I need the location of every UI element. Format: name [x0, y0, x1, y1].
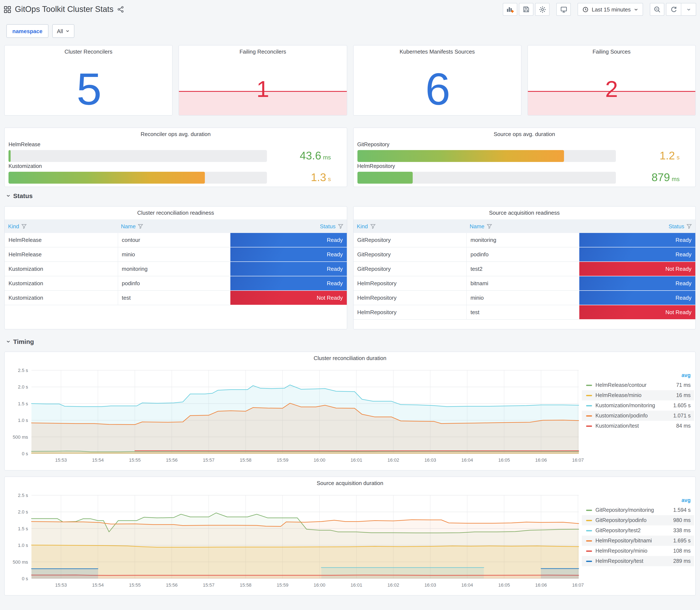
legend-item[interactable]: HelmRelease/contour71 ms [582, 380, 694, 390]
chart-title[interactable]: Cluster reconciliation duration [5, 352, 695, 365]
legend-item[interactable]: GitRepository/monitoring1.594 s [582, 505, 694, 515]
legend-series-name: HelmRelease/minio [596, 392, 676, 398]
legend-series-name: GitRepository/test2 [596, 528, 673, 533]
panel-source-acquisition-duration: Source acquisition duration0 s500 ms1.0 … [4, 477, 696, 596]
column-header-status[interactable]: Status [579, 219, 695, 233]
gauge-row-label: HelmRepository [357, 163, 695, 169]
column-header-label: Status [320, 223, 336, 229]
gauge-bar [357, 150, 564, 162]
save-dashboard-button[interactable] [519, 3, 533, 16]
cell-kind: HelmRepository [353, 291, 466, 305]
legend-item[interactable]: HelmRepository/bitnami1.695 s [582, 535, 694, 546]
legend-series-name: GitRepository/podinfo [596, 517, 673, 523]
legend-color [586, 520, 592, 521]
legend-header-avg[interactable]: avg [582, 371, 694, 380]
cell-kind: Kustomization [5, 276, 117, 291]
legend-item[interactable]: Kustomization/monitoring1.605 s [582, 400, 694, 411]
add-panel-button[interactable] [503, 3, 517, 16]
stat-panel-kubernetes-manifests-sources: Kubernetes Manifests Sources6 [353, 45, 521, 116]
refresh-button-group [666, 3, 696, 16]
filter-icon[interactable] [370, 223, 375, 229]
cell-kind: GitRepository [353, 233, 466, 247]
legend-item[interactable]: HelmRepository/minio108 ms [582, 546, 694, 556]
x-axis-label: 16:02 [387, 458, 399, 463]
share-icon[interactable] [117, 6, 124, 13]
filter-icon[interactable] [138, 223, 143, 229]
status-badge: Not Ready [579, 262, 695, 276]
y-axis-label: 2.0 s [18, 384, 28, 390]
refresh-interval-dropdown[interactable] [681, 3, 696, 15]
y-axis-label: 1.0 s [18, 418, 28, 423]
cell-name: minio [117, 247, 230, 262]
cell-kind: GitRepository [353, 247, 466, 262]
column-header-status[interactable]: Status [230, 219, 347, 233]
column-header-name[interactable]: Name [466, 219, 579, 233]
panel-title[interactable]: Failing Sources [528, 46, 696, 58]
legend-item[interactable]: Kustomization/podinfo1.071 s [582, 411, 694, 421]
time-range-picker[interactable]: Last 15 minutes [577, 3, 643, 16]
chart-legend: avgGitRepository/monitoring1.594 sGitRep… [582, 497, 694, 566]
legend-series-name: HelmRepository/test [596, 558, 673, 564]
status-badge: Ready [579, 276, 695, 291]
filter-icon[interactable] [21, 223, 27, 229]
legend-color [586, 530, 592, 531]
legend-series-name: Kustomization/test [596, 423, 676, 429]
panel-title[interactable]: Cluster reconciliation readiness [5, 207, 347, 219]
y-axis-label: 2.5 s [18, 493, 28, 498]
cell-kind: HelmRelease [5, 233, 117, 247]
filter-icon[interactable] [338, 223, 343, 229]
panel-title[interactable]: Cluster Reconcilers [5, 46, 172, 58]
legend-avg-value: 71 ms [676, 382, 691, 388]
legend-item[interactable]: GitRepository/podinfo980 ms [582, 515, 694, 525]
stat-value: 5 [5, 66, 172, 111]
x-axis-label: 15:58 [240, 458, 251, 463]
table-panel-cluster-reconciliation-readiness: Cluster reconciliation readinessKindName… [4, 206, 347, 330]
legend-item[interactable]: GitRepository/test2338 ms [582, 525, 694, 535]
panel-title[interactable]: Source ops avg. duration [353, 128, 695, 141]
x-axis-label: 15:59 [277, 458, 288, 463]
x-axis-label: 15:54 [92, 458, 104, 463]
table-panel-source-acquisition-readiness: Source acquisition readinessKindNameStat… [353, 206, 696, 330]
column-header-kind[interactable]: Kind [353, 219, 466, 233]
legend-item[interactable]: HelmRelease/minio16 ms [582, 390, 694, 400]
section-status[interactable]: Status [6, 192, 33, 199]
x-axis-label: 16:07 [572, 582, 584, 588]
legend-item[interactable]: Kustomization/test84 ms [582, 421, 694, 431]
panel-title[interactable]: Source acquisition readiness [353, 207, 695, 219]
panel-title[interactable]: Failing Reconcilers [179, 46, 347, 58]
gauge-value-unit: ms [323, 154, 331, 161]
legend-series-name: HelmRepository/minio [596, 548, 673, 554]
variable-namespace-select[interactable]: All [52, 24, 75, 38]
x-axis-label: 16:03 [424, 458, 436, 463]
legend-color [586, 510, 592, 511]
legend-avg-value: 1.605 s [673, 403, 691, 408]
filter-icon[interactable] [686, 223, 692, 229]
readiness-table: KindNameStatusGitRepositorymonitoringRea… [353, 219, 695, 320]
legend-avg-value: 1.071 s [673, 413, 691, 419]
variable-namespace-label[interactable]: namespace [6, 24, 48, 38]
x-axis-label: 16:06 [535, 458, 547, 463]
legend-item[interactable]: HelmRepository/test289 ms [582, 556, 694, 566]
legend-header-avg[interactable]: avg [582, 497, 694, 505]
zoom-out-button[interactable] [650, 3, 664, 16]
tv-mode-button[interactable] [556, 3, 571, 16]
panel-cluster-reconciliation-duration: Cluster reconciliation duration0 s500 ms… [4, 352, 696, 470]
y-axis-label: 2.0 s [18, 509, 28, 515]
chevron-down-icon [66, 29, 70, 33]
panel-title[interactable]: Kubernetes Manifests Sources [353, 46, 521, 58]
column-header-kind[interactable]: Kind [5, 219, 117, 233]
y-axis-label: 1.0 s [18, 543, 28, 548]
column-header-label: Status [669, 223, 684, 229]
gauge-track [357, 150, 616, 162]
panel-title[interactable]: Reconciler ops avg. duration [5, 128, 347, 141]
filter-icon[interactable] [486, 223, 492, 229]
x-axis-label: 15:59 [277, 582, 288, 588]
section-timing[interactable]: Timing [6, 338, 34, 345]
column-header-name[interactable]: Name [117, 219, 230, 233]
gauge-row-label: HelmRelease [9, 142, 347, 147]
x-axis-label: 15:55 [129, 582, 141, 588]
dashboard-settings-button[interactable] [535, 3, 550, 16]
gauge-value-unit: s [677, 154, 680, 161]
chart-title[interactable]: Source acquisition duration [5, 477, 695, 490]
refresh-dashboard-button[interactable] [666, 3, 681, 15]
